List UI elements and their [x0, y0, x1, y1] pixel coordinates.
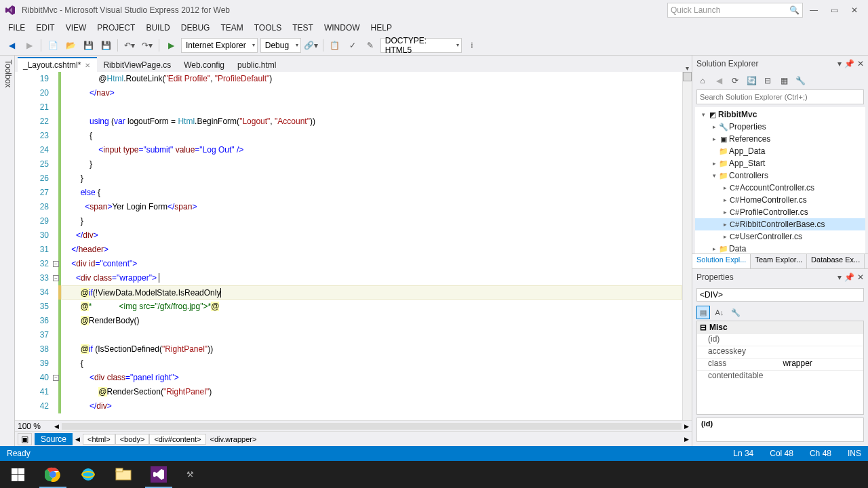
ie-taskbar-icon[interactable]	[71, 461, 106, 488]
search-icon: 🔍	[789, 5, 800, 15]
props-menu-icon[interactable]: ▾	[837, 272, 842, 282]
nav-forward-button[interactable]: ▶	[22, 38, 37, 53]
start-button[interactable]	[0, 461, 35, 488]
properties-grid[interactable]: ⊟ Misc (id)accesskeyclasswrappercontente…	[696, 321, 864, 415]
save-button[interactable]: 💾	[81, 38, 96, 53]
design-toggle[interactable]: ▣	[18, 433, 32, 445]
explorer-taskbar-icon[interactable]	[106, 461, 141, 488]
minimize-button[interactable]: —	[804, 3, 823, 18]
tree-node-properties[interactable]: ▸🔧Properties	[695, 121, 865, 133]
se-refresh-icon[interactable]: 🔄	[745, 75, 757, 87]
solution-tree[interactable]: ▾◩RibbitMvc▸🔧Properties▸▣References📁App_…	[695, 107, 865, 253]
se-sync-icon[interactable]: ⟳	[729, 75, 741, 87]
prop-row[interactable]: classwrapper	[697, 358, 863, 370]
quick-launch-input[interactable]: Quick Launch 🔍	[667, 3, 803, 18]
menu-build[interactable]: BUILD	[140, 22, 175, 34]
doctype-dropdown[interactable]: DOCTYPE: HTML5	[380, 38, 462, 53]
tree-node-profilecontroller-cs[interactable]: ▸C#ProfileController.cs	[695, 206, 865, 218]
menu-file[interactable]: FILE	[3, 22, 31, 34]
new-project-button[interactable]: 📄	[45, 38, 60, 53]
menu-tools[interactable]: TOOLS	[249, 22, 287, 34]
prop-row[interactable]: (id)	[697, 333, 863, 346]
category-misc[interactable]: ⊟ Misc	[697, 321, 863, 333]
se-showall-icon[interactable]: ▦	[778, 75, 790, 87]
categorized-icon[interactable]: ▤	[696, 306, 710, 319]
props-pin-icon[interactable]: 📌	[844, 272, 854, 282]
solution-search-input[interactable]	[696, 89, 864, 104]
start-debug-button[interactable]: ▶	[163, 38, 178, 53]
menu-debug[interactable]: DEBUG	[176, 22, 216, 34]
tree-node-ribbitcontrollerbase-cs[interactable]: ▸C#RibbitControllerBase.cs	[695, 218, 865, 230]
redo-button[interactable]: ↷▾	[140, 38, 155, 53]
panel-tab[interactable]: Solution Expl...	[692, 254, 751, 268]
menu-team[interactable]: TEAM	[215, 22, 248, 34]
undo-button[interactable]: ↶▾	[122, 38, 137, 53]
tab-public-html[interactable]: public.html	[232, 57, 283, 72]
vs-taskbar-icon[interactable]	[141, 461, 176, 488]
config-dropdown[interactable]: Debug	[260, 38, 301, 53]
tool-btn-2[interactable]: ✓	[345, 38, 360, 53]
breadcrumb-item[interactable]: <body>	[115, 434, 150, 445]
split-editor-icon[interactable]	[683, 72, 692, 81]
tool-btn-3[interactable]: ✎	[363, 38, 378, 53]
toolbar-overflow[interactable]: ⁞	[465, 38, 479, 53]
panel-tab[interactable]: Team Explor...	[751, 254, 807, 268]
open-button[interactable]: 📂	[63, 38, 78, 53]
breadcrumb-item[interactable]: <div.wrapper>	[206, 434, 261, 444]
se-home-icon[interactable]: ⌂	[696, 75, 709, 87]
panel-pin-icon[interactable]: 📌	[844, 59, 854, 68]
menu-view[interactable]: VIEW	[60, 22, 92, 34]
tree-node-homecontroller-cs[interactable]: ▸C#HomeController.cs	[695, 194, 865, 206]
se-properties-icon[interactable]: 🔧	[794, 75, 806, 87]
props-tool-icon[interactable]: 🔧	[729, 306, 743, 319]
toolbox-panel-tab[interactable]: Toolbox	[0, 56, 15, 446]
tab-overflow-icon[interactable]: ▾	[686, 64, 689, 72]
tab--layout-cshtml-[interactable]: _Layout.cshtml*✕	[18, 57, 97, 72]
props-close-icon[interactable]: ✕	[857, 272, 864, 282]
source-view-button[interactable]: Source	[35, 433, 73, 445]
prop-row[interactable]: contenteditable	[697, 370, 863, 382]
tree-node-references[interactable]: ▸▣References	[695, 133, 865, 145]
alphabetical-icon[interactable]: A↓	[713, 306, 726, 319]
editor-scrollbar[interactable]: 100 % ◀ ▶	[15, 420, 692, 431]
panel-close-icon[interactable]: ✕	[857, 59, 864, 68]
panel-tab[interactable]: Database Ex...	[807, 254, 865, 268]
properties-object-selector[interactable]: <DIV>	[696, 288, 864, 302]
close-button[interactable]: ✕	[845, 3, 864, 18]
panel-menu-icon[interactable]: ▾	[837, 59, 842, 68]
tree-node-ribbitmvc[interactable]: ▾◩RibbitMvc	[695, 108, 865, 121]
tree-node-usercontroller-cs[interactable]: ▸C#UserController.cs	[695, 230, 865, 243]
code-content[interactable]: @Html.RouteLink("Edit Profile", "Profile…	[62, 72, 682, 420]
se-back-icon[interactable]: ◀	[713, 75, 725, 87]
tab-web-config[interactable]: Web.config	[178, 57, 231, 72]
tab-close-icon[interactable]: ✕	[85, 62, 90, 69]
menu-edit[interactable]: EDIT	[31, 22, 60, 34]
tree-node-data[interactable]: ▸📁Data	[695, 243, 865, 253]
menu-project[interactable]: PROJECT	[92, 22, 140, 34]
nav-back-button[interactable]: ◀	[4, 38, 19, 53]
window-title: RibbitMvc - Microsoft Visual Studio Expr…	[22, 5, 230, 15]
menu-test[interactable]: TEST	[287, 22, 319, 34]
save-all-button[interactable]: 💾	[98, 38, 113, 53]
menu-window[interactable]: WINDOW	[319, 22, 366, 34]
browser-dropdown[interactable]: Internet Explorer	[181, 38, 258, 53]
breadcrumb-item[interactable]: <div#content>	[149, 434, 205, 445]
menu-help[interactable]: HELP	[366, 22, 397, 34]
tree-node-app-data[interactable]: 📁App_Data	[695, 145, 865, 157]
tree-node-accountcontroller-cs[interactable]: ▸C#AccountController.cs	[695, 182, 865, 194]
tools-taskbar-icon[interactable]: ⚒	[176, 461, 203, 488]
tab-ribbitviewpage-cs[interactable]: RibbitViewPage.cs	[98, 57, 178, 72]
browser-link-button[interactable]: 🔗▾	[304, 38, 319, 53]
tree-node-app-start[interactable]: ▸📁App_Start	[695, 157, 865, 169]
chrome-taskbar-icon[interactable]	[35, 461, 71, 488]
maximize-button[interactable]: ▭	[825, 3, 844, 18]
prop-row[interactable]: accesskey	[697, 346, 863, 358]
breadcrumb-item[interactable]: <html>	[83, 434, 115, 445]
editor-overview-ruler[interactable]	[682, 72, 692, 420]
se-collapse-icon[interactable]: ⊟	[762, 75, 774, 87]
tool-btn-1[interactable]: 📋	[328, 38, 342, 53]
tree-node-controllers[interactable]: ▾📁Controllers	[695, 169, 865, 182]
solution-search[interactable]	[696, 89, 864, 104]
zoom-level[interactable]: 100 %	[18, 422, 52, 431]
code-editor[interactable]: 1920212223242526272829303132333435363738…	[15, 72, 692, 420]
